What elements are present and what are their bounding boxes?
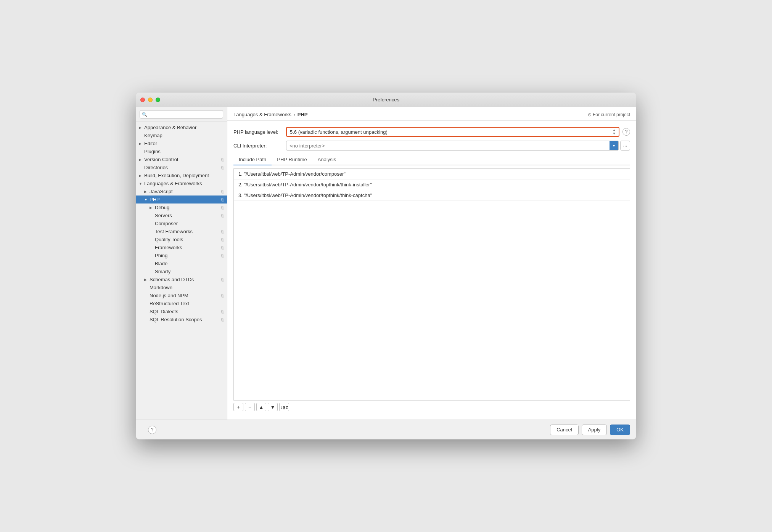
sidebar-item-label: Schemas and DTDs (150, 277, 220, 282)
sidebar-item-frameworks[interactable]: Frameworks⎘ (136, 244, 227, 252)
add-path-button[interactable]: + (233, 403, 243, 411)
sidebar-item-directories[interactable]: Directories⎘ (136, 163, 227, 171)
remove-path-button[interactable]: − (245, 403, 255, 411)
sidebar-item-label: JavaScript (150, 189, 220, 194)
tree-arrow-icon: ▶ (139, 174, 144, 178)
sidebar-item-label: Debug (155, 205, 220, 210)
search-wrapper: 🔍 (140, 110, 223, 119)
sidebar-item-javascript[interactable]: ▶JavaScript⎘ (136, 187, 227, 195)
search-icon: 🔍 (142, 112, 147, 117)
path-item[interactable]: 2. "/Users/itbsl/web/TP-Admin/vendor/top… (234, 179, 630, 190)
php-language-level-row: PHP language level: 5.6 (variadic functi… (233, 127, 630, 137)
path-item[interactable]: 3. "/Users/itbsl/web/TP-Admin/vendor/top… (234, 190, 630, 201)
sidebar-item-phing[interactable]: Phing⎘ (136, 252, 227, 260)
cli-more-button[interactable]: ··· (620, 141, 630, 151)
sidebar-item-label: Version Control (144, 157, 220, 162)
sidebar-item-test-frameworks[interactable]: Test Frameworks⎘ (136, 228, 227, 236)
help-button[interactable]: ? (622, 128, 630, 136)
sidebar-item-blade[interactable]: Blade (136, 260, 227, 268)
tab-include-path[interactable]: Include Path (233, 154, 272, 165)
copy-icon: ⎘ (221, 165, 224, 170)
tree-arrow-icon: ▶ (150, 206, 155, 210)
copy-icon: ⎘ (221, 245, 224, 250)
move-up-button[interactable]: ▲ (256, 403, 266, 411)
copy-icon: ⎘ (221, 317, 224, 322)
sidebar-item-composer[interactable]: Composer (136, 220, 227, 228)
sidebar-item-label: Appearance & Behavior (144, 125, 224, 130)
sidebar-item-languages[interactable]: ▼Languages & Frameworks (136, 179, 227, 187)
main-panel: Languages & Frameworks › PHP ⊙ For curre… (227, 107, 636, 420)
arrow-down-icon: ▼ (613, 132, 616, 135)
sidebar-item-plugins[interactable]: Plugins (136, 147, 227, 155)
sidebar-item-sql-dialects[interactable]: SQL Dialects⎘ (136, 308, 227, 316)
sidebar-item-nodejs-npm[interactable]: Node.js and NPM⎘ (136, 292, 227, 300)
sidebar-item-label: Blade (155, 261, 224, 266)
sidebar-item-smarty[interactable]: Smarty (136, 268, 227, 276)
window-title: Preferences (373, 97, 399, 103)
sidebar-item-label: Servers (155, 213, 220, 218)
settings-area: PHP language level: 5.6 (variadic functi… (227, 121, 636, 420)
php-level-arrows: ▲ ▼ (613, 129, 616, 135)
path-item[interactable]: 1. "/Users/itbsl/web/TP-Admin/vendor/com… (234, 169, 630, 179)
copy-icon: ⎘ (221, 213, 224, 218)
sidebar-item-label: Build, Execution, Deployment (144, 173, 224, 178)
sidebar-item-markdown[interactable]: Markdown (136, 284, 227, 292)
cancel-button[interactable]: Cancel (550, 425, 578, 435)
cli-dropdown-button[interactable]: ▾ (610, 141, 619, 151)
apply-button[interactable]: Apply (582, 425, 607, 435)
copy-icon: ⎘ (221, 197, 224, 202)
sidebar-item-restructured-text[interactable]: ReStructured Text (136, 300, 227, 308)
search-input[interactable] (140, 110, 223, 119)
sidebar-item-php[interactable]: ▼PHP⎘ (136, 195, 227, 204)
dropdown-icon: ▾ (613, 144, 615, 148)
php-language-select[interactable]: 5.6 (variadic functions, argument unpack… (286, 127, 619, 137)
sidebar-item-label: ReStructured Text (150, 301, 224, 306)
sort-button[interactable]: ↓a̲z (279, 403, 289, 411)
sidebar-item-label: Node.js and NPM (150, 293, 220, 298)
titlebar: Preferences (136, 93, 636, 107)
sidebar-item-schemas-dtds[interactable]: ▶Schemas and DTDs⎘ (136, 276, 227, 284)
preferences-window: Preferences 🔍 ▶Appearance & BehaviorKeym… (136, 93, 636, 439)
content-area: 🔍 ▶Appearance & BehaviorKeymap▶EditorPlu… (136, 107, 636, 420)
copy-icon: ⎘ (221, 277, 224, 282)
for-current-project: ⊙ For current project (588, 112, 630, 117)
cli-interpreter-select[interactable]: <no interpreter> (286, 141, 610, 151)
close-button[interactable] (140, 98, 145, 102)
sidebar-item-quality-tools[interactable]: Quality Tools⎘ (136, 236, 227, 244)
ok-button[interactable]: OK (610, 425, 630, 435)
sidebar-item-label: Phing (155, 253, 220, 258)
sidebar-item-debug[interactable]: ▶Debug⎘ (136, 204, 227, 212)
sidebar-item-keymap[interactable]: Keymap (136, 131, 227, 139)
sidebar-item-version-control[interactable]: ▶Version Control⎘ (136, 155, 227, 163)
sidebar-item-servers[interactable]: Servers⎘ (136, 212, 227, 220)
bottom-bar: ? Cancel Apply OK (136, 420, 636, 439)
sidebar-item-label: Frameworks (155, 245, 220, 250)
move-down-button[interactable]: ▼ (268, 403, 278, 411)
sidebar-item-appearance[interactable]: ▶Appearance & Behavior (136, 123, 227, 131)
sidebar-item-sql-resolution[interactable]: SQL Resolution Scopes⎘ (136, 316, 227, 324)
copy-icon: ⎘ (221, 229, 224, 234)
sidebar-item-label: PHP (150, 197, 220, 202)
copy-icon: ⎘ (221, 205, 224, 210)
sidebar-item-label: Quality Tools (155, 237, 220, 242)
maximize-button[interactable] (156, 98, 160, 102)
sidebar-item-build[interactable]: ▶Build, Execution, Deployment (136, 171, 227, 179)
tree-arrow-icon: ▶ (139, 126, 144, 130)
tree-arrow-icon: ▼ (144, 198, 150, 202)
sidebar-item-label: Composer (155, 221, 224, 226)
copy-icon: ⎘ (221, 237, 224, 242)
window-controls (140, 98, 160, 102)
cli-interpreter-label: CLI Interpreter: (233, 143, 283, 149)
path-toolbar: + − ▲ ▼ ↓a̲z (233, 400, 630, 413)
arrow-up-icon: ▲ (613, 129, 616, 132)
tab-php-runtime[interactable]: PHP Runtime (272, 154, 312, 165)
tab-analysis[interactable]: Analysis (312, 154, 341, 165)
copy-icon: ⎘ (221, 157, 224, 162)
tree-arrow-icon: ▶ (144, 190, 150, 194)
sidebar-tree: ▶Appearance & BehaviorKeymap▶EditorPlugi… (136, 122, 227, 420)
minimize-button[interactable] (148, 98, 153, 102)
sidebar-item-label: SQL Dialects (150, 309, 220, 314)
sidebar-item-editor[interactable]: ▶Editor (136, 139, 227, 147)
help-circle-button[interactable]: ? (148, 426, 156, 434)
copy-icon: ⎘ (221, 189, 224, 194)
